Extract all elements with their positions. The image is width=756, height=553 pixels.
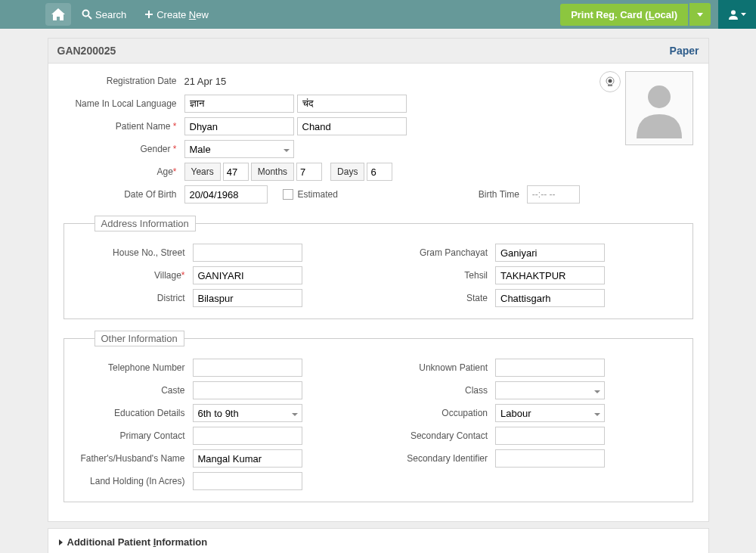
paper-label[interactable]: Paper (670, 45, 699, 57)
svg-point-0 (83, 11, 89, 17)
months-label: Months (251, 163, 294, 181)
district-label: District (72, 293, 193, 303)
unknown-patient-input[interactable] (495, 359, 605, 377)
occupation-select[interactable] (495, 404, 605, 422)
state-label: State (382, 293, 495, 303)
avatar-placeholder-icon (633, 78, 686, 138)
svg-point-2 (731, 11, 736, 15)
village-input[interactable] (193, 266, 302, 284)
create-new-link[interactable]: Create New (137, 5, 216, 25)
home-button[interactable] (45, 3, 71, 26)
primary-contact-input[interactable] (193, 427, 302, 445)
estimated-checkbox[interactable] (283, 189, 293, 200)
years-label: Years (184, 163, 221, 181)
svg-line-1 (88, 16, 91, 19)
dob-input[interactable] (184, 185, 268, 203)
telephone-label: Telephone Number (72, 362, 193, 373)
estimated-label: Estimated (298, 189, 338, 200)
land-holding-label: Land Holding (In Acres) (72, 476, 193, 486)
age-row: Age* Years Months Days (64, 162, 693, 182)
print-dropdown-button[interactable] (689, 3, 711, 26)
plus-icon (144, 10, 153, 19)
svg-point-6 (648, 85, 671, 108)
home-icon (51, 8, 65, 20)
create-new-label: Create New (156, 9, 209, 20)
top-left-nav: Search Create New (45, 3, 216, 26)
education-select[interactable] (193, 404, 302, 422)
land-holding-input[interactable] (193, 472, 302, 490)
search-label: Search (95, 9, 126, 20)
village-label: Village* (72, 270, 193, 281)
gram-panchayat-label: Gram Panchayat (382, 247, 495, 258)
svg-rect-5 (608, 85, 612, 86)
state-input[interactable] (495, 289, 605, 307)
patient-panel: GAN200025 Paper Registration Date 21 Apr… (48, 38, 709, 522)
father-husband-input[interactable] (193, 449, 302, 468)
class-label: Class (382, 385, 495, 396)
registration-date-label: Registration Date (64, 76, 184, 86)
unknown-patient-label: Unknown Patient (382, 362, 495, 373)
dob-label: Date Of Birth (64, 189, 184, 200)
gender-label: Gender * (64, 144, 184, 154)
class-select[interactable] (495, 381, 605, 399)
patient-name-label: Patient Name * (64, 121, 184, 132)
estimated-checkbox-group: Estimated (283, 189, 338, 200)
caret-down-icon (741, 13, 746, 16)
address-legend: Address Information (94, 216, 196, 231)
panel-body: Registration Date 21 Apr 15 Name In Loca… (48, 64, 708, 521)
caste-label: Caste (72, 385, 193, 396)
panel-header: GAN200025 Paper (48, 39, 708, 64)
secondary-contact-input[interactable] (495, 427, 605, 445)
education-label: Education Details (72, 408, 193, 418)
photo-section (600, 71, 693, 145)
tehsil-label: Tehsil (382, 270, 495, 281)
gender-select[interactable] (184, 140, 294, 158)
first-name-input[interactable] (184, 117, 294, 135)
search-link[interactable]: Search (74, 5, 134, 25)
name-local-label: Name In Local Language (64, 98, 184, 109)
other-info-fieldset: Other Information Telephone Number Caste… (64, 331, 693, 502)
telephone-input[interactable] (193, 359, 302, 377)
local-first-name-input[interactable] (184, 95, 294, 113)
search-icon (82, 9, 92, 20)
caste-input[interactable] (193, 381, 302, 399)
dob-row: Date Of Birth Estimated Birth Time (64, 185, 693, 204)
secondary-identifier-label: Secondary Identifier (382, 453, 495, 464)
address-left-col: House No., Street Village* District (72, 243, 375, 311)
page-container: GAN200025 Paper Registration Date 21 Apr… (48, 38, 709, 553)
registration-date-value: 21 Apr 15 (184, 76, 227, 87)
secondary-identifier-input[interactable] (495, 449, 605, 468)
secondary-contact-label: Secondary Contact (382, 430, 495, 441)
tehsil-input[interactable] (495, 266, 605, 284)
additional-info-label: Additional Patient Information (67, 536, 208, 548)
local-last-name-input[interactable] (297, 95, 407, 113)
other-right-col: Unknown Patient Class Occupation Seconda… (382, 358, 685, 494)
top-bar: Search Create New Print Reg. Card (Local… (0, 0, 756, 29)
patient-id: GAN200025 (57, 45, 116, 57)
other-left-col: Telephone Number Caste Education Details… (72, 358, 375, 494)
additional-info-section[interactable]: Additional Patient Information (48, 528, 709, 553)
patient-photo[interactable] (625, 71, 693, 145)
other-info-legend: Other Information (94, 331, 184, 346)
svg-point-4 (608, 79, 612, 83)
camera-button[interactable] (600, 71, 621, 92)
house-no-input[interactable] (193, 244, 302, 262)
birth-time-label: Birth Time (376, 189, 527, 200)
age-inputs: Years Months Days (184, 163, 393, 181)
last-name-input[interactable] (297, 117, 407, 135)
user-menu-button[interactable] (718, 0, 756, 29)
months-input[interactable] (296, 163, 322, 181)
father-husband-label: Father's/Husband's Name (72, 453, 193, 464)
address-right-col: Gram Panchayat Tehsil State (382, 243, 685, 311)
occupation-label: Occupation (382, 408, 495, 418)
years-input[interactable] (223, 163, 249, 181)
birth-time-input[interactable] (527, 185, 580, 203)
top-right-nav: Print Reg. Card (Local) (560, 0, 756, 29)
district-input[interactable] (193, 289, 302, 307)
days-input[interactable] (367, 163, 392, 181)
webcam-icon (604, 76, 616, 87)
print-reg-card-button[interactable]: Print Reg. Card (Local) (560, 4, 688, 26)
gram-panchayat-input[interactable] (495, 244, 605, 262)
age-label: Age* (64, 166, 184, 177)
days-label: Days (330, 163, 364, 181)
